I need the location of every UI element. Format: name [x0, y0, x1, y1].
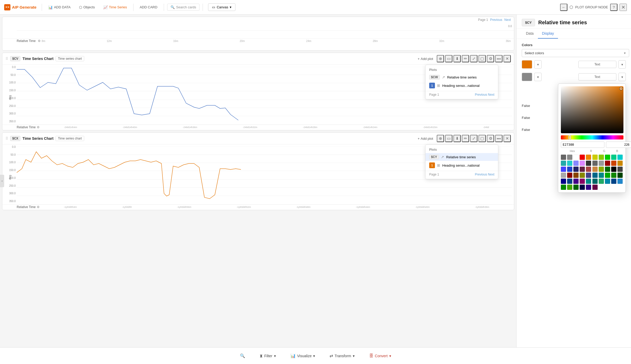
chart2-settings[interactable]: ⚙	[487, 135, 494, 142]
cp-swatch-item[interactable]	[567, 179, 572, 184]
cp-swatch-item[interactable]	[599, 155, 604, 160]
rp-color-swatch-2[interactable]	[522, 73, 532, 81]
cp-swatch-item[interactable]	[592, 185, 598, 190]
cp-cursor[interactable]	[620, 87, 622, 90]
cp-swatch-item[interactable]	[561, 179, 566, 184]
cp-swatch-item[interactable]	[586, 167, 591, 172]
top-chart-next[interactable]: Next	[504, 18, 511, 22]
cp-hex-input[interactable]	[561, 142, 604, 148]
chart2-download[interactable]: ⬇	[453, 135, 461, 142]
chart2-screen[interactable]: ▢	[478, 135, 486, 142]
canvas-btn[interactable]: ▭ Canvas ▾	[208, 3, 235, 11]
chart2-layout[interactable]: ▭	[445, 135, 452, 142]
chart1-download[interactable]: ⬇	[453, 55, 461, 62]
chart1-type-tag[interactable]: Time series chart	[56, 56, 84, 61]
chart2-add-plot[interactable]: + Add plot	[415, 136, 436, 142]
chart2-crosshair[interactable]: ⊕	[437, 135, 444, 142]
cp-swatch-item[interactable]	[561, 167, 566, 172]
cp-swatch-item[interactable]	[617, 167, 623, 172]
cp-swatch-item[interactable]	[605, 179, 610, 184]
cp-swatch-item[interactable]	[573, 185, 579, 190]
cp-swatch-item[interactable]	[611, 155, 616, 160]
cp-swatch-item[interactable]	[561, 173, 566, 178]
chart2-close[interactable]: ✕	[503, 135, 511, 142]
close-btn[interactable]: ✕	[620, 4, 627, 11]
chart1-edit[interactable]: ✏	[462, 55, 469, 62]
cp-swatch-item[interactable]	[567, 155, 572, 160]
add-data-btn[interactable]: 📊 ADD DATA	[45, 4, 74, 11]
chart1-more[interactable]: •••	[495, 55, 502, 62]
cp-swatch-item[interactable]	[567, 185, 572, 190]
cp-swatch-item[interactable]	[605, 173, 610, 178]
chart1-layout[interactable]: ▭	[445, 55, 452, 62]
convert-btn[interactable]: 🗄 Convert ▾	[365, 351, 395, 360]
cp-swatch-item[interactable]	[580, 161, 585, 166]
cp-swatch-item[interactable]	[561, 155, 566, 160]
chart2-more[interactable]: •••	[495, 135, 502, 142]
cp-swatch-item[interactable]	[592, 167, 598, 172]
cp-swatch-item[interactable]	[580, 185, 585, 190]
chart1-screen[interactable]: ▢	[478, 55, 486, 62]
back-btn[interactable]: ←	[560, 4, 567, 11]
chart1-next[interactable]: Next	[488, 93, 494, 96]
time-series-btn[interactable]: 📈 Time Series	[100, 4, 130, 11]
cp-swatch-item[interactable]	[592, 173, 598, 178]
filter-btn[interactable]: ⧗ Filter ▾	[256, 351, 280, 360]
cp-swatch-item[interactable]	[592, 179, 598, 184]
chart2-prev[interactable]: Previous	[475, 173, 487, 176]
cp-gradient[interactable]	[561, 86, 623, 133]
cp-hue-cursor[interactable]	[569, 135, 571, 139]
chart2-expand[interactable]: ⤢	[470, 135, 477, 142]
cp-swatch-item[interactable]	[611, 173, 616, 178]
cp-swatch-item[interactable]	[599, 179, 604, 184]
chart1-gear[interactable]: ⚙	[37, 125, 40, 129]
cp-swatch-item[interactable]	[586, 161, 591, 166]
cp-swatch-item[interactable]	[586, 179, 591, 184]
cp-swatch-item[interactable]	[573, 179, 579, 184]
cp-swatch-item[interactable]	[599, 167, 604, 172]
cp-swatch-item[interactable]	[611, 179, 616, 184]
chart1-add-plot[interactable]: + Add plot	[415, 56, 436, 62]
top-chart-prev[interactable]: Previous	[490, 18, 502, 22]
cp-swatch-item[interactable]	[586, 173, 591, 178]
cp-swatch-item[interactable]	[580, 179, 585, 184]
cp-swatch-item[interactable]	[605, 161, 610, 166]
cp-swatch-item[interactable]	[586, 185, 591, 190]
cp-hue-bar[interactable]	[561, 135, 623, 139]
chart1-crosshair[interactable]: ⊕	[437, 55, 444, 62]
chart2-edit[interactable]: ✏	[462, 135, 469, 142]
cp-swatch-item[interactable]	[617, 173, 623, 178]
rp-colors-select[interactable]: Select colors	[522, 49, 629, 57]
cp-swatch-item[interactable]	[605, 155, 610, 160]
chart1-close[interactable]: ✕	[503, 55, 511, 62]
chart1-prev[interactable]: Previous	[475, 93, 487, 96]
chart2-drag[interactable]: ⠿	[5, 136, 8, 141]
cp-swatch-item[interactable]	[567, 161, 572, 166]
chart2-next[interactable]: Next	[488, 173, 494, 176]
chart2-gear[interactable]: ⚙	[37, 205, 40, 209]
cp-r-input[interactable]	[606, 142, 631, 148]
search-toolbar[interactable]: 🔍 Search cards	[167, 4, 200, 11]
cp-swatch-item[interactable]	[573, 173, 579, 178]
chart1-settings[interactable]: ⚙	[487, 55, 494, 62]
chart2-type-tag[interactable]: Time series chart	[56, 136, 84, 141]
rp-text-btn-2[interactable]: Text	[578, 73, 617, 81]
cp-swatch-item[interactable]	[611, 161, 616, 166]
objects-btn[interactable]: ⬡ Objects	[76, 4, 98, 11]
cp-swatch-item[interactable]	[586, 155, 591, 160]
cp-swatch-item[interactable]	[617, 155, 623, 160]
add-card-btn[interactable]: ADD CARD	[137, 4, 161, 11]
cp-swatch-item[interactable]	[592, 155, 598, 160]
cp-swatch-item[interactable]	[617, 161, 623, 166]
cp-swatch-item[interactable]	[561, 185, 566, 190]
cp-swatch-item[interactable]	[605, 167, 610, 172]
help-btn[interactable]: ?	[610, 4, 617, 11]
rp-text-btn-1[interactable]: Text	[578, 61, 617, 68]
panel-nav-left[interactable]: ‹	[0, 175, 4, 187]
chart1-plot-item1[interactable]: $CW ↗ Relative time series	[426, 73, 498, 81]
chart2-plot-item2[interactable]: 1 ⊞ Heading senso...national	[426, 161, 498, 170]
search-btn[interactable]: 🔍	[236, 351, 249, 360]
rp-text-dropdown-2[interactable]: ▾	[618, 73, 626, 81]
chart1-plot-item2[interactable]: 1 ⊞ Heading senso...national	[426, 81, 498, 90]
cp-swatch-item[interactable]	[573, 167, 579, 172]
